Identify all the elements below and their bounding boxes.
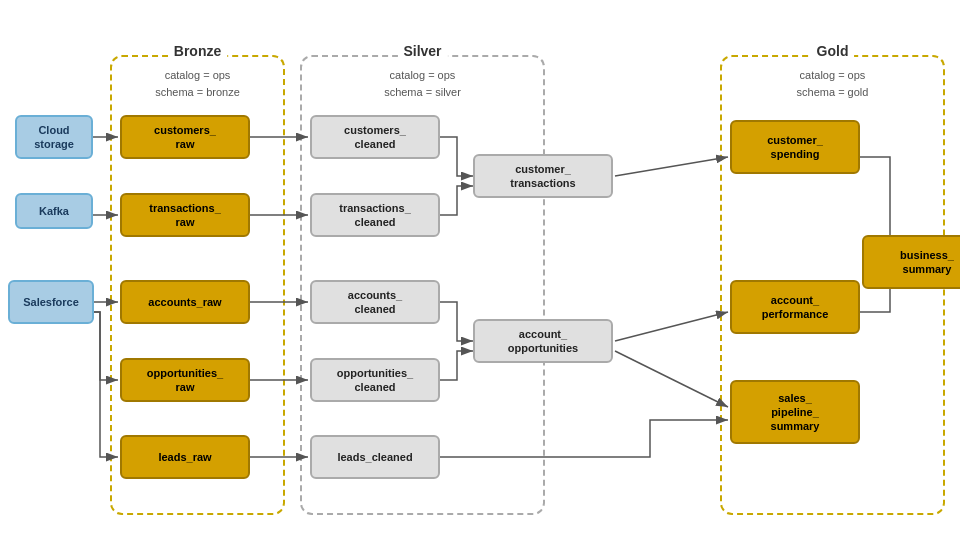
customers-raw-node: customers_raw [120,115,250,159]
cloud-storage-node: Cloudstorage [15,115,93,159]
accounts-raw-node: accounts_raw [120,280,250,324]
account-opportunities-node: account_opportunities [473,319,613,363]
gold-sublabel: catalog = opsschema = gold [797,67,869,100]
leads-cleaned-node: leads_cleaned [310,435,440,479]
customer-spending-node: customer_spending [730,120,860,174]
bronze-label: Bronze [168,43,227,59]
opportunities-raw-node: opportunities_raw [120,358,250,402]
svg-line-10 [615,312,728,341]
leads-raw-node: leads_raw [120,435,250,479]
gold-label: Gold [811,43,855,59]
silver-sublabel: catalog = opsschema = silver [384,67,461,100]
bronze-sublabel: catalog = opsschema = bronze [155,67,240,100]
silver-label: Silver [397,43,447,59]
salesforce-node: Salesforce [8,280,94,324]
opportunities-cleaned-node: opportunities_cleaned [310,358,440,402]
sales-pipeline-summary-node: sales_pipeline_summary [730,380,860,444]
customers-cleaned-node: customers_cleaned [310,115,440,159]
svg-line-9 [615,157,728,176]
customer-transactions-node: customer_transactions [473,154,613,198]
business-summary-node: business_summary [862,235,960,289]
diagram: Bronze catalog = opsschema = bronze Silv… [0,0,960,540]
kafka-node: Kafka [15,193,93,229]
svg-line-11 [615,351,728,407]
accounts-cleaned-node: accounts_cleaned [310,280,440,324]
account-performance-node: account_performance [730,280,860,334]
transactions-cleaned-node: transactions_cleaned [310,193,440,237]
transactions-raw-node: transactions_raw [120,193,250,237]
